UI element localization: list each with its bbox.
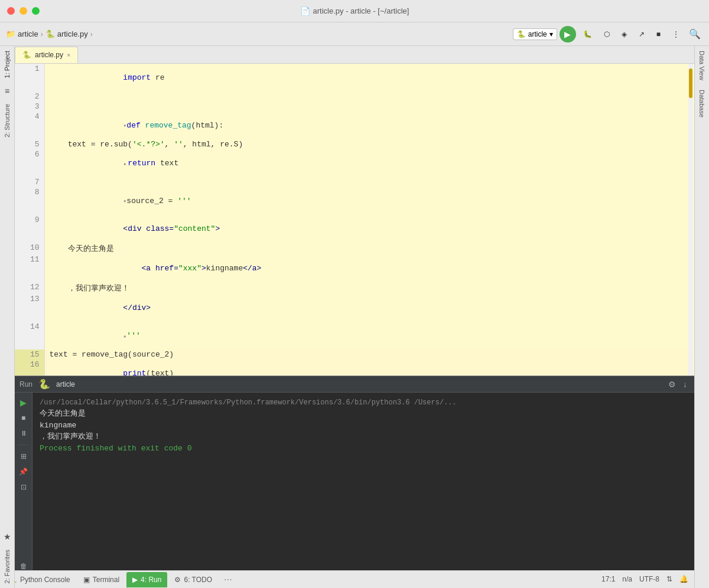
code-line-15: 15 text = remove_tag(source_2) (15, 349, 694, 360)
editor-container: 🐍 article.py × 1 import re (15, 46, 694, 588)
debug-button[interactable]: 🐛 (578, 26, 597, 43)
close-button[interactable] (7, 7, 15, 15)
editor-status-bar: 17:1 n/a UTF-8 ⇅ 🔔 (601, 570, 694, 588)
right-sidebar: Data View Database (694, 46, 709, 588)
stop-process-button[interactable]: ■ (17, 411, 30, 424)
code-line-9: 9 <div class="content"> (15, 215, 694, 243)
run-config-icon: 🐍 (517, 30, 526, 38)
console-output-line-3: ，我们掌声欢迎！ (40, 431, 687, 443)
left-sidebar: 1: Project ≡ 2: Structure ★ 2: Favorites (0, 46, 15, 588)
run-tab-bar: Run 🐍 article ⚙ ↓ (15, 376, 694, 393)
run-settings-button[interactable]: ⚙ (666, 378, 678, 390)
code-line-16: 16 print(text) (15, 360, 694, 375)
git-status: n/a (622, 575, 632, 583)
run-config-name: article (56, 380, 75, 388)
breadcrumb: 📁 article › 🐍 article.py › (6, 30, 510, 38)
code-line-4: 4 ▾def remove_tag(html): (15, 112, 694, 139)
duplicate-button[interactable]: ⊡ (17, 481, 30, 494)
code-line-14: 14 ▴''' (15, 322, 694, 349)
pin-button[interactable]: 📌 (17, 465, 30, 478)
sidebar-structure-icon[interactable]: ≡ (2, 83, 12, 99)
more-actions-button[interactable]: ⋮ (668, 26, 684, 43)
code-line-7: 7 (15, 177, 694, 187)
run-button[interactable]: ▶ (560, 26, 576, 43)
titlebar: 📄 article.py - article - [~/article] (0, 0, 709, 22)
console-output-line-2: kingname (40, 420, 687, 432)
line-content[interactable]: import re (44, 64, 694, 92)
code-editor: 1 import re 2 3 (15, 64, 694, 375)
cursor-position: 17:1 (601, 575, 615, 583)
run-tab-label: Run (19, 380, 32, 388)
terminal-icon: ▣ (83, 576, 90, 584)
right-tab-database[interactable]: Database (696, 85, 708, 122)
sidebar-favorites-icon[interactable]: ★ (1, 528, 14, 545)
code-line-1: 1 import re (15, 64, 694, 92)
tab-file-icon: 🐍 (22, 51, 31, 59)
console-output-line-1: 今天的主角是 (40, 408, 687, 420)
rerun-button[interactable]: ▶ (17, 396, 30, 409)
pause-button[interactable]: ⏸ (17, 427, 30, 440)
code-table: 1 import re 2 3 (15, 64, 694, 375)
console-command-line: /usr/local/Cellar/python/3.6.5_1/Framewo… (40, 397, 687, 408)
minimize-button[interactable] (19, 7, 27, 15)
toolbar-actions: 🐍 article ▾ ▶ 🐛 ⬡ ◈ ↗ ■ ⋮ 🔍 (513, 26, 703, 43)
tab-article-py[interactable]: 🐍 article.py × (15, 47, 78, 63)
code-line-5: 5 text = re.sub('<.*?>', '', html, re.S) (15, 139, 694, 149)
console-text[interactable]: /usr/local/Cellar/python/3.6.5_1/Framewo… (32, 393, 694, 588)
code-line-11: 11 <a href="xxx">kingname</a> (15, 254, 694, 282)
breadcrumb-separator2: › (90, 30, 93, 38)
main-toolbar: 📁 article › 🐍 article.py › 🐍 article ▾ ▶… (0, 22, 709, 46)
encoding: UTF-8 (639, 575, 659, 583)
run-panel: Run 🐍 article ⚙ ↓ ▶ ■ ⏸ ⊞ 📌 (15, 375, 694, 588)
restore-layout-button[interactable]: ⊞ (17, 450, 30, 463)
python-file-icon: 🐍 (45, 30, 55, 38)
code-area[interactable]: 1 import re 2 3 (15, 64, 694, 375)
sidebar-item-favorites[interactable]: 2: Favorites (1, 545, 13, 588)
run-toolbar: ⚙ ↓ (666, 378, 690, 390)
right-tab-dataview[interactable]: Data View (696, 46, 708, 85)
run-icon: ▶ (132, 576, 138, 584)
console-left-tools: ▶ ■ ⏸ ⊞ 📌 ⊡ 🗑 ✕ (15, 393, 32, 588)
sidebar-item-structure[interactable]: 2: Structure (1, 99, 13, 142)
folder-icon: 📁 (6, 30, 15, 38)
status-tab-terminal[interactable]: ▣ Terminal (77, 572, 125, 587)
notifications-icon[interactable]: 🔔 (679, 575, 688, 583)
scrollbar-thumb (689, 68, 692, 98)
stop-button[interactable]: ■ (652, 26, 665, 43)
code-line-8: 8 ▾source_2 = ''' (15, 187, 694, 215)
console-output: ▶ ■ ⏸ ⊞ 📌 ⊡ 🗑 ✕ /usr/local/Cellar/python… (15, 393, 694, 588)
status-tab-run[interactable]: ▶ 4: Run (126, 572, 167, 587)
run-config-selector[interactable]: 🐍 article ▾ (513, 28, 557, 40)
maximize-button[interactable] (32, 7, 40, 15)
tab-close-button[interactable]: × (67, 51, 70, 58)
more-tabs-button[interactable]: ⋯ (219, 572, 237, 587)
profile-button[interactable]: ◈ (617, 26, 632, 43)
code-line-6: 6 ▴return text (15, 149, 694, 177)
search-button[interactable]: 🔍 (687, 26, 703, 42)
sidebar-item-project[interactable]: 1: Project (1, 46, 13, 83)
todo-icon: ⚙ (174, 576, 181, 584)
file-icon: 📄 (300, 6, 310, 16)
console-process-line: Process finished with exit code 0 (40, 443, 687, 455)
code-line-3: 3 (15, 102, 694, 112)
breadcrumb-separator: › (41, 30, 43, 38)
line-number: 1 (15, 64, 44, 92)
dropdown-icon: ▾ (549, 30, 553, 38)
code-line-12: 12 ，我们掌声欢迎！ (15, 282, 694, 294)
vertical-scrollbar[interactable] (688, 64, 693, 375)
encoding-settings-icon[interactable]: ⇅ (666, 575, 672, 583)
code-line-2: 2 (15, 92, 694, 102)
window-title: 📄 article.py - article - [~/article] (300, 6, 409, 16)
run-scroll-down-button[interactable]: ↓ (681, 378, 690, 390)
status-tab-todo[interactable]: ⚙ 6: TODO (168, 572, 218, 587)
breadcrumb-file[interactable]: 🐍 article.py (45, 30, 88, 38)
status-tabs: 🐍 Python Console ▣ Terminal ▶ 4: Run ⚙ 6… (0, 572, 665, 587)
breadcrumb-folder[interactable]: 📁 article (6, 30, 38, 38)
concurrency-button[interactable]: ↗ (634, 26, 649, 43)
run-with-coverage-button[interactable]: ⬡ (599, 26, 614, 43)
code-line-10: 10 今天的主角是 (15, 243, 694, 254)
window-controls[interactable] (7, 7, 40, 15)
code-line-13: 13 </div> (15, 294, 694, 322)
tab-bar: 🐍 article.py × (15, 46, 694, 64)
